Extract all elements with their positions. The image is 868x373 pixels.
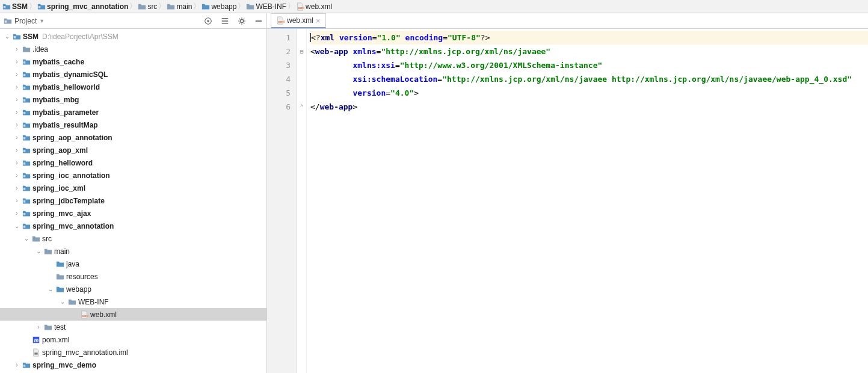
tree-node[interactable]: ⌄webapp (0, 283, 266, 295)
target-icon[interactable] (204, 17, 212, 25)
expand-arrow-icon[interactable]: › (12, 71, 22, 78)
breadcrumb-item[interactable]: src (138, 2, 157, 11)
breadcrumb-separator: 〉 (29, 1, 36, 11)
breadcrumb-label: webapp (211, 2, 236, 11)
tree-node[interactable]: resources (0, 270, 266, 283)
tree-node-label: spring_mvc_annotation.iml (42, 348, 128, 357)
module-icon (22, 196, 31, 206)
expand-arrow-icon[interactable]: ⌄ (34, 248, 43, 254)
tree-node[interactable]: ›mybatis_parameter (0, 106, 266, 119)
line-number: 4 (267, 72, 297, 86)
tree-node[interactable]: ›mybatis_resultMap (0, 119, 266, 131)
line-number: 1 (267, 31, 297, 45)
tree-node[interactable]: ›.idea (0, 43, 266, 55)
editor-pane: web.xml × 123456 ⊟⌃ <?xml version="1.0" … (267, 13, 868, 373)
expand-arrow-icon[interactable]: › (12, 58, 22, 65)
fold-marker[interactable]: ⊟ (297, 45, 306, 58)
fold-marker (297, 58, 306, 72)
expand-arrow-icon[interactable]: › (12, 147, 22, 153)
tree-node[interactable]: spring_mvc_annotation.iml (0, 346, 266, 359)
expand-arrow-icon[interactable]: › (12, 362, 22, 368)
gear-icon[interactable] (238, 17, 246, 25)
tree-node[interactable]: ›spring_aop_xml (0, 144, 266, 156)
expand-arrow-icon[interactable]: › (12, 46, 22, 52)
code-line[interactable]: <web-app xmlns="http://xmlns.jcp.org/xml… (310, 45, 868, 58)
breadcrumb-item[interactable]: webapp (202, 2, 236, 11)
tab-web-xml[interactable]: web.xml × (271, 13, 326, 28)
expand-arrow-icon[interactable]: › (12, 96, 22, 103)
breadcrumb-item[interactable]: WEB-INF (246, 2, 286, 11)
code-line[interactable]: version="4.0"> (310, 86, 868, 100)
breadcrumb-item[interactable]: spring_mvc_annotation (37, 2, 128, 11)
code-line[interactable]: </web-app> (310, 100, 868, 114)
folder-icon (31, 234, 41, 244)
code-line[interactable]: xsi:schemaLocation="http://xmlns.jcp.org… (310, 72, 868, 86)
close-icon[interactable]: × (316, 16, 321, 25)
sidebar-header: Project ▼ (0, 13, 266, 29)
breadcrumb-item[interactable]: main (167, 2, 192, 11)
expand-arrow-icon[interactable]: ⌄ (2, 33, 12, 40)
chevron-down-icon: ▼ (39, 18, 45, 24)
tree-node[interactable]: ›spring_ioc_annotation (0, 169, 266, 182)
code-area[interactable]: 123456 ⊟⌃ <?xml version="1.0" encoding="… (267, 29, 868, 373)
tree-node[interactable]: ⌄SSMD:\ideaPorject\Apr\SSM (0, 30, 266, 43)
tree-node[interactable]: ⌄spring_mvc_annotation (0, 220, 266, 232)
expand-arrow-icon[interactable]: › (12, 210, 22, 217)
breadcrumb-separator: 〉 (129, 1, 137, 11)
tree-node[interactable]: ⌄src (0, 232, 266, 245)
expand-arrow-icon[interactable]: ⌄ (58, 298, 67, 305)
expand-arrow-icon[interactable]: › (12, 109, 22, 116)
expand-arrow-icon[interactable]: › (12, 134, 22, 141)
tree-node[interactable]: ›spring_helloword (0, 156, 266, 169)
tree-node-label: pom.xml (42, 336, 69, 344)
expand-arrow-icon[interactable]: › (12, 159, 22, 166)
tree-node-label: spring_aop_annotation (32, 134, 112, 142)
code-line[interactable]: xmlns:xsi="http://www.w3.org/2001/XMLSch… (310, 58, 868, 72)
tree-node[interactable]: ›spring_jdbcTemplate (0, 194, 266, 207)
code-line[interactable]: <?xml version="1.0" encoding="UTF-8"?> (310, 31, 868, 45)
breadcrumb-item[interactable]: web.xml (296, 2, 332, 11)
expand-arrow-icon[interactable]: › (34, 324, 43, 330)
hide-icon[interactable] (254, 17, 263, 25)
tree-node[interactable]: ⌄main (0, 245, 266, 257)
collapse-icon[interactable] (221, 17, 229, 25)
fold-marker[interactable]: ⌃ (297, 100, 306, 114)
tree-node-label: web.xml (90, 310, 117, 319)
expand-arrow-icon[interactable]: ⌄ (46, 286, 55, 292)
project-tree[interactable]: ⌄SSMD:\ideaPorject\Apr\SSM›.idea›mybatis… (0, 29, 266, 373)
tree-node[interactable]: ›mybatis_cache (0, 55, 266, 68)
line-gutter: 123456 (267, 29, 297, 373)
tree-node[interactable]: ›mybatis_helloworld (0, 81, 266, 93)
breadcrumb-item[interactable]: SSM (2, 2, 28, 11)
tree-node[interactable]: java (0, 257, 266, 270)
tree-node[interactable]: ›spring_aop_annotation (0, 131, 266, 144)
tree-node-label: .idea (32, 45, 48, 54)
tree-node[interactable]: ›mybatis_dynamicSQL (0, 68, 266, 81)
tree-node[interactable]: web.xml (0, 308, 266, 321)
fold-marker (297, 31, 306, 45)
tree-node[interactable]: ›spring_mvc_ajax (0, 207, 266, 220)
tree-node[interactable]: ⌄WEB-INF (0, 295, 266, 308)
folder-icon (67, 297, 77, 307)
expand-arrow-icon[interactable]: › (12, 172, 22, 179)
project-dropdown[interactable]: Project ▼ (4, 17, 45, 25)
xml-icon (296, 2, 304, 11)
tree-node-label: mybatis_dynamicSQL (32, 70, 108, 79)
breadcrumb-label: web.xml (306, 2, 332, 11)
tree-node[interactable]: ›spring_mvc_demo (0, 359, 266, 371)
tree-node[interactable]: ›test (0, 321, 266, 333)
tree-node-label: WEB-INF (78, 298, 109, 306)
expand-arrow-icon[interactable]: ⌄ (22, 235, 31, 242)
tree-node[interactable]: pom.xml (0, 333, 266, 346)
tree-node-label: spring_helloword (32, 159, 93, 167)
expand-arrow-icon[interactable]: › (12, 122, 22, 128)
tree-node[interactable]: ›mybatis_mbg (0, 93, 266, 106)
expand-arrow-icon[interactable]: › (12, 185, 22, 191)
expand-arrow-icon[interactable]: › (12, 197, 22, 204)
tree-node[interactable]: ›spring_ioc_xml (0, 182, 266, 194)
tree-node-path: D:\ideaPorject\Apr\SSM (42, 32, 119, 41)
expand-arrow-icon[interactable]: ⌄ (12, 223, 22, 229)
expand-arrow-icon[interactable]: › (12, 84, 22, 90)
code-body[interactable]: <?xml version="1.0" encoding="UTF-8"?><w… (307, 29, 868, 373)
fold-column[interactable]: ⊟⌃ (297, 29, 307, 373)
